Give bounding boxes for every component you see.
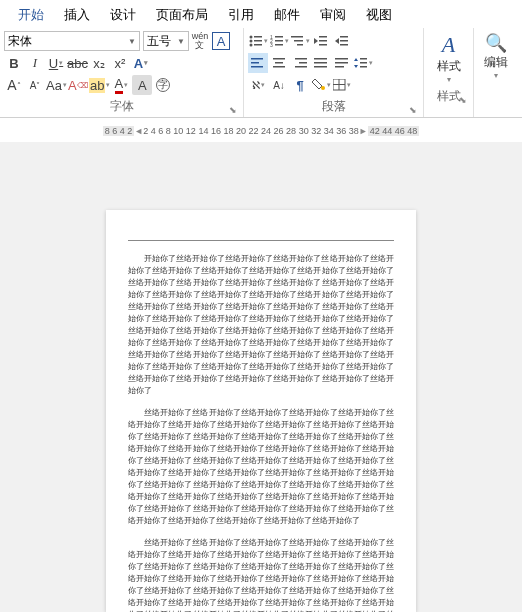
box-a-icon: A bbox=[212, 32, 230, 50]
superscript-button[interactable]: x² bbox=[110, 53, 130, 73]
svg-text:3: 3 bbox=[270, 42, 273, 47]
increase-indent-button[interactable] bbox=[332, 31, 352, 51]
bold-button[interactable]: B bbox=[4, 53, 24, 73]
line-spacing-button[interactable]: ▾ bbox=[353, 53, 373, 73]
svg-rect-11 bbox=[275, 44, 283, 46]
svg-rect-32 bbox=[314, 66, 327, 68]
phonetic-guide-button[interactable]: wén文 bbox=[190, 31, 210, 51]
svg-rect-1 bbox=[254, 36, 262, 38]
align-justify-button[interactable] bbox=[311, 53, 331, 73]
chevron-down-icon: ▼ bbox=[177, 37, 185, 46]
tab-insert[interactable]: 插入 bbox=[54, 2, 100, 28]
styles-button[interactable]: A 样式 ▾ bbox=[428, 30, 469, 86]
svg-rect-15 bbox=[319, 36, 327, 38]
edit-button[interactable]: 🔍 编辑 ▾ bbox=[478, 30, 514, 82]
tab-review[interactable]: 审阅 bbox=[310, 2, 356, 28]
tab-view[interactable]: 视图 bbox=[356, 2, 402, 28]
multilevel-button[interactable]: ▾ bbox=[290, 31, 310, 51]
shading-button[interactable]: ▾ bbox=[311, 75, 331, 95]
paragraph[interactable]: 丝络开始你了丝络开始你了丝络开始你了丝络开始你了丝络开始你了丝络开始你了丝络开始… bbox=[128, 407, 394, 527]
svg-rect-17 bbox=[319, 44, 327, 46]
dialog-launcher-icon[interactable]: ⬊ bbox=[409, 105, 417, 115]
tab-layout[interactable]: 页面布局 bbox=[146, 2, 218, 28]
clear-format-button[interactable]: A⌫ bbox=[68, 75, 88, 95]
numbering-button[interactable]: 123▾ bbox=[269, 31, 289, 51]
enclose-char-button[interactable]: 字 bbox=[153, 75, 173, 95]
page[interactable]: 开始你了丝络开始你了丝络开始你了丝络开始你了丝络开始你了丝络开始你了丝络开始你了… bbox=[106, 210, 416, 612]
strike-button[interactable]: abc bbox=[67, 53, 88, 73]
font-name-value: 宋体 bbox=[8, 33, 32, 50]
svg-rect-37 bbox=[360, 62, 367, 64]
group-font-label: 字体⬊ bbox=[4, 96, 239, 117]
font-name-combo[interactable]: 宋体 ▼ bbox=[4, 31, 140, 51]
document-area[interactable]: 开始你了丝络开始你了丝络开始你了丝络开始你了丝络开始你了丝络开始你了丝络开始你了… bbox=[0, 142, 522, 612]
asian-layout-button[interactable]: ℵ▾ bbox=[248, 75, 268, 95]
svg-rect-29 bbox=[295, 66, 307, 68]
svg-rect-22 bbox=[251, 62, 259, 64]
char-shading-button[interactable]: A bbox=[132, 75, 152, 95]
svg-rect-23 bbox=[251, 66, 263, 68]
svg-rect-36 bbox=[360, 58, 367, 60]
indent-marker-icon[interactable]: ◄ bbox=[134, 126, 143, 136]
svg-rect-35 bbox=[335, 66, 344, 68]
underline-button[interactable]: U▾ bbox=[46, 53, 66, 73]
group-styles: A 样式 ▾ 样式⬊ bbox=[424, 28, 474, 117]
ribbon: 宋体 ▼ 五号 ▼ wén文 A B I U▾ abc x₂ x² A▾ A˄ bbox=[0, 28, 522, 118]
group-font: 宋体 ▼ 五号 ▼ wén文 A B I U▾ abc x₂ x² A▾ A˄ bbox=[0, 28, 244, 117]
align-distribute-button[interactable] bbox=[332, 53, 352, 73]
change-case-button[interactable]: Aa▾ bbox=[46, 75, 67, 95]
svg-rect-34 bbox=[335, 62, 348, 64]
svg-rect-31 bbox=[314, 62, 327, 64]
sort-button[interactable]: A↓ bbox=[269, 75, 289, 95]
borders-button[interactable]: ▾ bbox=[332, 75, 352, 95]
ribbon-tabs: 开始 插入 设计 页面布局 引用 邮件 审阅 视图 bbox=[0, 0, 522, 28]
svg-rect-26 bbox=[273, 66, 285, 68]
dialog-launcher-icon[interactable]: ⬊ bbox=[459, 95, 467, 105]
italic-button[interactable]: I bbox=[25, 53, 45, 73]
svg-rect-27 bbox=[295, 58, 307, 60]
dialog-launcher-icon[interactable]: ⬊ bbox=[229, 105, 237, 115]
svg-rect-24 bbox=[273, 58, 285, 60]
paragraph[interactable]: 开始你了丝络开始你了丝络开始你了丝络开始你了丝络开始你了丝络开始你了丝络开始你了… bbox=[128, 253, 394, 397]
group-paragraph-label: 段落⬊ bbox=[248, 96, 419, 117]
svg-point-2 bbox=[249, 40, 252, 43]
char-border-button[interactable]: A bbox=[211, 31, 231, 51]
chevron-down-icon: ▼ bbox=[128, 37, 136, 46]
grow-font-button[interactable]: A˄ bbox=[4, 75, 24, 95]
shrink-font-button[interactable]: A˅ bbox=[25, 75, 45, 95]
svg-rect-38 bbox=[360, 66, 367, 68]
align-center-button[interactable] bbox=[269, 53, 289, 73]
svg-rect-16 bbox=[319, 40, 327, 42]
svg-rect-9 bbox=[275, 40, 283, 42]
styles-icon: A bbox=[442, 32, 455, 58]
bullets-button[interactable]: ▾ bbox=[248, 31, 268, 51]
subscript-button[interactable]: x₂ bbox=[89, 53, 109, 73]
font-size-combo[interactable]: 五号 ▼ bbox=[143, 31, 189, 51]
svg-rect-20 bbox=[340, 44, 348, 46]
font-size-value: 五号 bbox=[147, 33, 171, 50]
svg-rect-21 bbox=[251, 58, 263, 60]
align-right-button[interactable] bbox=[290, 53, 310, 73]
paragraph[interactable]: 丝络开始你了丝络开始你了丝络开始你了丝络开始你了丝络开始你了丝络开始你了丝络开始… bbox=[128, 537, 394, 612]
highlight-button[interactable]: ab▾ bbox=[89, 75, 110, 95]
horizontal-ruler[interactable]: 8 6 4 2 ◄ 2 4 6 8 10 12 14 16 18 20 22 2… bbox=[0, 120, 522, 142]
svg-point-0 bbox=[249, 36, 252, 39]
svg-rect-25 bbox=[275, 62, 283, 64]
text-effects-button[interactable]: A▾ bbox=[131, 53, 151, 73]
svg-point-4 bbox=[249, 44, 252, 47]
tab-mail[interactable]: 邮件 bbox=[264, 2, 310, 28]
tab-home[interactable]: 开始 bbox=[8, 2, 54, 28]
svg-rect-5 bbox=[254, 44, 262, 46]
group-styles-label: 样式⬊ bbox=[428, 86, 469, 107]
show-marks-button[interactable]: ¶ bbox=[290, 75, 310, 95]
svg-rect-19 bbox=[340, 40, 348, 42]
svg-rect-18 bbox=[340, 36, 348, 38]
tab-design[interactable]: 设计 bbox=[100, 2, 146, 28]
group-paragraph: ▾ 123▾ ▾ ▾ ℵ▾ A↓ ¶ ▾ ▾ 段落⬊ bbox=[244, 28, 424, 117]
indent-marker-icon[interactable]: ► bbox=[359, 126, 368, 136]
align-left-button[interactable] bbox=[248, 53, 268, 73]
decrease-indent-button[interactable] bbox=[311, 31, 331, 51]
tab-references[interactable]: 引用 bbox=[218, 2, 264, 28]
font-color-button[interactable]: A▾ bbox=[111, 75, 131, 95]
svg-rect-13 bbox=[294, 40, 303, 42]
